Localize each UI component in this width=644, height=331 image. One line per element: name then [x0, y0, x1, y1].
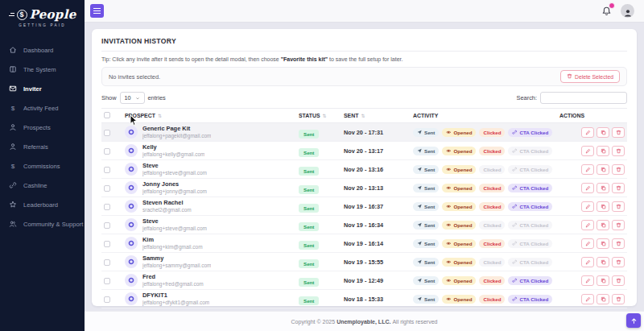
sidebar-item-activity-feed[interactable]: $ Activity Feed [0, 98, 85, 118]
table-row[interactable]: Sammy jeffalong+sammy@gmail.com Sent Nov… [101, 253, 627, 271]
row-checkbox[interactable] [104, 259, 110, 266]
menu-button[interactable] [90, 4, 104, 18]
delete-button[interactable] [612, 275, 625, 286]
activity-badge-clicked: Clicked [479, 276, 505, 285]
user-avatar[interactable] [621, 4, 634, 18]
copy-button[interactable] [597, 127, 609, 138]
book-icon [9, 65, 17, 73]
paper-plane-icon [417, 259, 423, 265]
prospect-name: Steve [142, 217, 207, 225]
sidebar-item-the-system[interactable]: The System [0, 60, 85, 79]
delete-button[interactable] [612, 238, 625, 249]
edit-button[interactable] [581, 294, 594, 304]
delete-button[interactable] [612, 257, 625, 267]
prospect-email: jeffalong+jonny@gmail.com [142, 188, 207, 195]
activity-badge-clicked: Clicked [479, 184, 505, 192]
copy-button[interactable] [597, 164, 609, 175]
table-row[interactable]: DFYKIT1 jeffalong+dfykit1@gmail.com Sent… [101, 290, 627, 308]
sidebar-item-inviter[interactable]: Inviter [0, 79, 85, 98]
copy-button[interactable] [597, 201, 609, 212]
edit-button[interactable] [581, 257, 594, 267]
delete-button[interactable] [612, 127, 625, 138]
table-row[interactable]: Steve jeffalong+steve@gmail.com Sent Nov… [101, 160, 627, 179]
table-row[interactable]: Jonny Jones jeffalong+jonny@gmail.com Se… [101, 179, 627, 197]
copyright-footer: Copyright © 2025 Unemployable, LLC. All … [85, 311, 644, 331]
sidebar-item-prospects[interactable]: Prospects [0, 118, 85, 137]
app-logo[interactable]: $ People GETTING PAID [0, 0, 85, 31]
status-badge: Sent [299, 167, 319, 176]
row-checkbox[interactable] [104, 278, 110, 284]
user-icon [9, 123, 17, 131]
sidebar-item-cashline[interactable]: Cashline [0, 176, 85, 195]
row-checkbox[interactable] [104, 241, 110, 247]
paper-plane-icon [417, 130, 423, 135]
page-size-select[interactable]: 10 [120, 92, 145, 104]
sidebar-item-referrals[interactable]: Referrals [0, 137, 85, 156]
row-checkbox[interactable] [104, 148, 110, 155]
scroll-to-top-button[interactable] [626, 313, 641, 328]
delete-button[interactable] [612, 183, 625, 193]
activity-badge-clicked: Clicked [479, 202, 505, 211]
select-all-checkbox[interactable] [104, 112, 110, 118]
paper-plane-icon [417, 167, 423, 172]
chain-icon [512, 222, 518, 228]
copy-button[interactable] [597, 257, 609, 267]
row-checkbox[interactable] [104, 185, 110, 192]
prospect-name: Generic Page Kit [142, 125, 211, 133]
row-checkbox[interactable] [104, 167, 110, 173]
row-checkbox[interactable] [104, 222, 110, 229]
copy-button[interactable] [597, 183, 609, 193]
edit-button[interactable] [581, 220, 594, 230]
copy-button[interactable] [597, 275, 609, 286]
sidebar-item-leaderboard[interactable]: Leaderboard [0, 195, 85, 214]
users-icon [9, 220, 17, 228]
table-row[interactable]: Kelly jeffalong+kelly@gmail.com Sent Nov… [101, 142, 627, 160]
activity-badge-opened: Opened [442, 221, 476, 230]
sidebar-item-commissions[interactable]: $ Commissions [0, 156, 85, 176]
activity-badge-sent: Sent [413, 295, 439, 304]
topbar [85, 0, 644, 23]
copy-button[interactable] [597, 294, 609, 304]
edit-button[interactable] [581, 201, 594, 212]
search-input[interactable] [540, 92, 627, 104]
column-header-status[interactable]: STATUS⇅ [296, 109, 341, 123]
sidebar-item-dashboard[interactable]: Dashboard [0, 40, 85, 60]
sort-icon: ⇅ [158, 114, 162, 118]
delete-button[interactable] [612, 164, 625, 175]
edit-button[interactable] [581, 127, 594, 138]
pencil-icon [585, 241, 591, 246]
table-row[interactable]: Generic Page Kit jeffalong+pagekit@gmail… [101, 123, 627, 142]
delete-button[interactable] [612, 294, 625, 304]
delete-button[interactable] [612, 220, 625, 230]
table-row[interactable]: Steven Rachel srachel2@gmail.com Sent No… [101, 197, 627, 216]
column-header-prospect[interactable]: PROSPECT⇅ [122, 109, 296, 123]
row-checkbox[interactable] [104, 130, 110, 136]
dollar-icon: $ [9, 162, 17, 170]
edit-button[interactable] [581, 146, 594, 156]
edit-button[interactable] [581, 164, 594, 175]
activity-badge-clicked: Clicked [479, 258, 505, 267]
delete-button[interactable] [612, 146, 625, 156]
row-checkbox[interactable] [104, 204, 110, 210]
prospect-name: Jonny Jones [142, 180, 207, 188]
sidebar-item-community-support[interactable]: Community & Support [0, 214, 85, 234]
column-header-sent[interactable]: SENT⇅ [341, 109, 411, 123]
table-row[interactable]: Fred jeffalong+fred@gmail.com Sent Nov 1… [101, 271, 627, 290]
delete-selected-button[interactable]: Delete Selected [560, 70, 620, 83]
prospect-email: jeffalong+pagekit@gmail.com [142, 133, 211, 139]
edit-button[interactable] [581, 183, 594, 193]
row-checkbox[interactable] [104, 296, 110, 303]
table-row[interactable]: Steve jeffalong+steve@gmail.com Sent Nov… [101, 216, 627, 234]
copy-button[interactable] [597, 146, 609, 156]
copy-button[interactable] [597, 220, 609, 230]
status-badge: Sent [299, 296, 319, 305]
notifications-bell-icon[interactable] [601, 6, 612, 17]
edit-button[interactable] [581, 275, 594, 286]
table-row[interactable]: Kim jeffalong+kim@gmail.com Sent Nov 19 … [101, 234, 627, 253]
delete-button[interactable] [612, 201, 625, 212]
copy-icon [601, 241, 606, 246]
copy-button[interactable] [597, 238, 609, 249]
edit-button[interactable] [581, 238, 594, 249]
activity-badge-cta: CTA Clicked [508, 258, 552, 267]
activity-badge-clicked: Clicked [479, 239, 505, 248]
